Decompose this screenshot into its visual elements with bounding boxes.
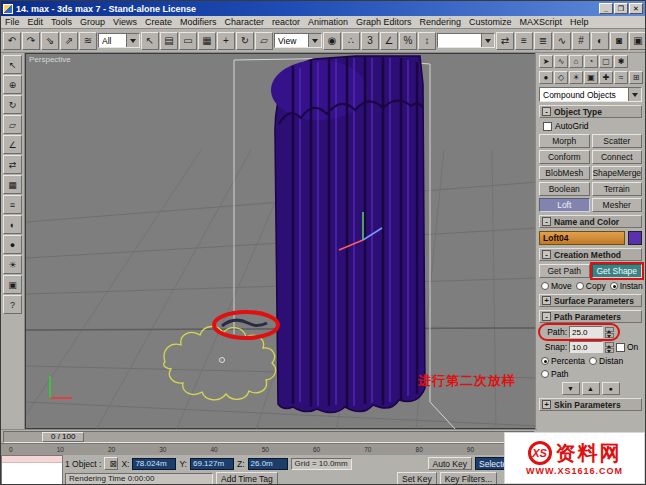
layer-manager-icon[interactable]: ≣ [534, 32, 552, 50]
reference-coordinate-dropdown[interactable]: View [274, 33, 322, 48]
set-key-button[interactable]: Set Key [397, 472, 437, 485]
cat-helpers-icon[interactable]: ✚ [599, 71, 613, 84]
cat-shapes-icon[interactable]: ◇ [554, 71, 568, 84]
menu-item[interactable]: reactor [268, 17, 304, 27]
menu-item[interactable]: Character [220, 17, 268, 27]
radio-icon[interactable] [610, 282, 618, 290]
menu-item[interactable]: Graph Editors [352, 17, 416, 27]
use-center-icon[interactable]: ◉ [323, 32, 341, 50]
unlink-selection-icon[interactable]: ⇗ [60, 32, 78, 50]
radio-icon[interactable] [541, 282, 549, 290]
mirror-icon[interactable]: ⇄ [496, 32, 514, 50]
menu-item[interactable]: Rendering [416, 17, 466, 27]
object-type-button[interactable]: Mesher [592, 198, 643, 212]
next-shape-button[interactable]: ● [602, 382, 620, 395]
get-shape-button[interactable]: Get Shape [592, 264, 643, 278]
tab-motion-icon[interactable]: ◔ [584, 55, 598, 68]
radio-option[interactable]: Copy [576, 281, 606, 291]
percent-snap-icon[interactable]: % [399, 32, 417, 50]
cat-systems-icon[interactable]: ⊞ [629, 71, 643, 84]
get-path-button[interactable]: Get Path [539, 264, 590, 278]
snap-toggle-icon[interactable]: 3 [361, 32, 379, 50]
object-type-button[interactable]: ShapeMerge [592, 166, 643, 180]
menu-item[interactable]: Modifiers [176, 17, 221, 27]
object-type-button[interactable]: Scatter [592, 134, 643, 148]
tab-utilities-icon[interactable]: ✱ [614, 55, 628, 68]
selection-lock-icon[interactable]: ⊠ [104, 457, 118, 470]
left-scale-icon[interactable]: ▱ [3, 115, 22, 134]
object-type-button[interactable]: Boolean [539, 182, 590, 196]
viewport-label[interactable]: Perspective [29, 55, 71, 64]
left-camera-icon[interactable]: ▣ [3, 275, 22, 294]
select-move-icon[interactable]: + [217, 32, 235, 50]
bind-to-spacewarp-icon[interactable]: ≋ [79, 32, 97, 50]
select-manipulate-icon[interactable]: ∴ [342, 32, 360, 50]
x-coordinate-field[interactable]: 78.024m [132, 458, 176, 470]
select-by-name-icon[interactable]: ▤ [160, 32, 178, 50]
y-coordinate-field[interactable]: 69.127m [190, 458, 234, 470]
align-icon[interactable]: ≡ [515, 32, 533, 50]
menu-item[interactable]: Customize [465, 17, 516, 27]
angle-snap-icon[interactable]: ∠ [380, 32, 398, 50]
minimize-button[interactable]: _ [599, 3, 613, 14]
tab-create-icon[interactable]: ➤ [539, 55, 553, 68]
select-and-link-icon[interactable]: ⇘ [41, 32, 59, 50]
left-mirror-icon[interactable]: ⇄ [3, 155, 22, 174]
cat-lights-icon[interactable]: ☀ [569, 71, 583, 84]
object-type-button[interactable]: Morph [539, 134, 590, 148]
crossing-toggle-icon[interactable]: ▦ [198, 32, 216, 50]
maxscript-mini-listener[interactable] [1, 455, 63, 485]
add-time-tag-button[interactable]: Add Time Tag [216, 472, 278, 485]
radio-option[interactable]: Move [541, 281, 572, 291]
loft-column-object[interactable] [271, 56, 425, 413]
select-object-icon[interactable]: ↖ [141, 32, 159, 50]
snap-value-input[interactable]: 10.0 [569, 341, 603, 353]
pick-shape-button[interactable]: ▼ [562, 382, 580, 395]
redo-icon[interactable]: ↷ [22, 32, 40, 50]
time-slider[interactable]: 0 / 100 [1, 429, 537, 443]
tab-display-icon[interactable]: ▢ [599, 55, 613, 68]
tab-hierarchy-icon[interactable]: ⌂ [569, 55, 583, 68]
rectangular-region-icon[interactable]: ▭ [179, 32, 197, 50]
material-editor-icon[interactable]: ◐ [591, 32, 609, 50]
rollout-skin-parameters[interactable]: + Skin Parameters [539, 398, 642, 411]
cat-geometry-icon[interactable]: ● [539, 71, 553, 84]
snap-spinner[interactable] [605, 342, 614, 353]
time-slider-handle[interactable]: 0 / 100 [42, 432, 84, 442]
autogrid-checkbox[interactable] [543, 122, 552, 131]
object-type-button[interactable]: Loft [539, 198, 590, 212]
rollout-object-type[interactable]: - Object Type [539, 105, 642, 118]
undo-icon[interactable]: ↶ [3, 32, 21, 50]
left-array-icon[interactable]: ▦ [3, 175, 22, 194]
schematic-view-icon[interactable]: # [572, 32, 590, 50]
left-help-icon[interactable]: ? [3, 295, 22, 314]
menu-item[interactable]: Help [566, 17, 593, 27]
object-type-button[interactable]: Conform [539, 150, 590, 164]
render-type-icon[interactable]: ▣ [629, 32, 645, 50]
selection-filter-dropdown[interactable]: All [98, 33, 140, 48]
menu-item[interactable]: MAXScript [516, 17, 567, 27]
menu-item[interactable]: Create [141, 17, 176, 27]
snap-on-checkbox[interactable] [616, 343, 625, 352]
select-rotate-icon[interactable]: ↻ [236, 32, 254, 50]
left-rotate-icon[interactable]: ↻ [3, 95, 22, 114]
menu-item[interactable]: Animation [304, 17, 352, 27]
object-type-button[interactable]: Connect [592, 150, 643, 164]
radio-icon[interactable] [589, 357, 597, 365]
object-color-swatch[interactable] [628, 231, 642, 245]
menu-item[interactable]: File [1, 17, 24, 27]
left-snap-icon[interactable]: ∠ [3, 135, 22, 154]
close-button[interactable]: ✕ [629, 3, 643, 14]
rollout-path-parameters[interactable]: - Path Parameters [539, 310, 642, 323]
cat-spacewarps-icon[interactable]: ≈ [614, 71, 628, 84]
chevron-down-icon[interactable] [126, 34, 139, 47]
named-selection-sets-dropdown[interactable] [437, 33, 495, 48]
maximize-button[interactable]: ❐ [614, 3, 628, 14]
radio-icon[interactable] [541, 370, 549, 378]
z-coordinate-field[interactable]: 26.0m [248, 458, 288, 470]
menu-item[interactable]: Edit [24, 17, 48, 27]
object-type-button[interactable]: BlobMesh [539, 166, 590, 180]
chevron-down-icon[interactable] [481, 34, 494, 47]
radio-icon[interactable] [576, 282, 584, 290]
time-slider-track[interactable]: 0 / 100 [3, 431, 535, 443]
